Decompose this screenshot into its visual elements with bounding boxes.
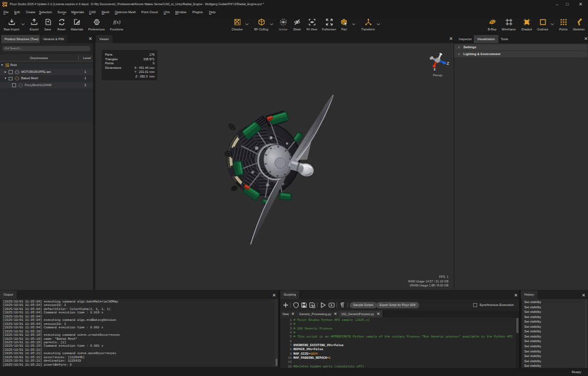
svg-text:f(x): f(x) [113, 19, 121, 25]
svg-text:Persp: Persp [433, 73, 443, 77]
svg-text:x: x [434, 67, 436, 71]
svg-text:Z: Z [447, 61, 449, 65]
